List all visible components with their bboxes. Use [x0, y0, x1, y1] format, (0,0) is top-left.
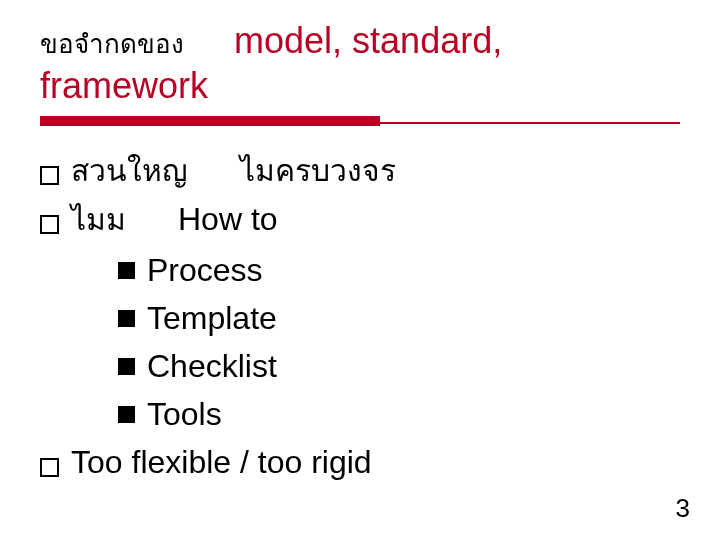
sub-bullet-2-text: Template [147, 294, 277, 342]
slide: ขอจำกดของ model, standard, framework สวน… [0, 0, 720, 488]
solid-square-icon [118, 310, 135, 327]
page-number: 3 [676, 493, 690, 524]
title-underline [40, 116, 680, 130]
sub-bullet-3-text: Checklist [147, 342, 277, 390]
title-thai-prefix: ขอจำกดของ [40, 29, 184, 59]
slide-body: สวนใหญไมครบวงจร ไมมHow to Process Templa… [40, 148, 680, 488]
bullet-2-thai: ไมม [71, 203, 126, 236]
bullet-3: Too flexible / too rigid [40, 438, 680, 488]
bullet-2: ไมมHow to [40, 195, 680, 245]
sub-bullet-4-text: Tools [147, 390, 222, 438]
hollow-square-icon [40, 458, 59, 477]
sub-bullets: Process Template Checklist Tools [118, 246, 680, 438]
solid-square-icon [118, 358, 135, 375]
sub-bullet-2: Template [118, 294, 680, 342]
bullet-1-text-a: สวนใหญ [71, 154, 188, 187]
underline-thick [40, 116, 380, 126]
bullet-1: สวนใหญไมครบวงจร [40, 148, 680, 195]
solid-square-icon [118, 406, 135, 423]
hollow-square-icon [40, 215, 59, 234]
sub-bullet-3: Checklist [118, 342, 680, 390]
bullet-2-latin: How to [178, 201, 278, 237]
sub-bullet-1: Process [118, 246, 680, 294]
slide-title: ขอจำกดของ model, standard, framework [40, 18, 680, 108]
sub-bullet-1-text: Process [147, 246, 263, 294]
bullet-3-text: Too flexible / too rigid [71, 438, 372, 488]
solid-square-icon [118, 262, 135, 279]
hollow-square-icon [40, 166, 59, 185]
sub-bullet-4: Tools [118, 390, 680, 438]
bullet-1-text-b: ไมครบวงจร [240, 154, 396, 187]
